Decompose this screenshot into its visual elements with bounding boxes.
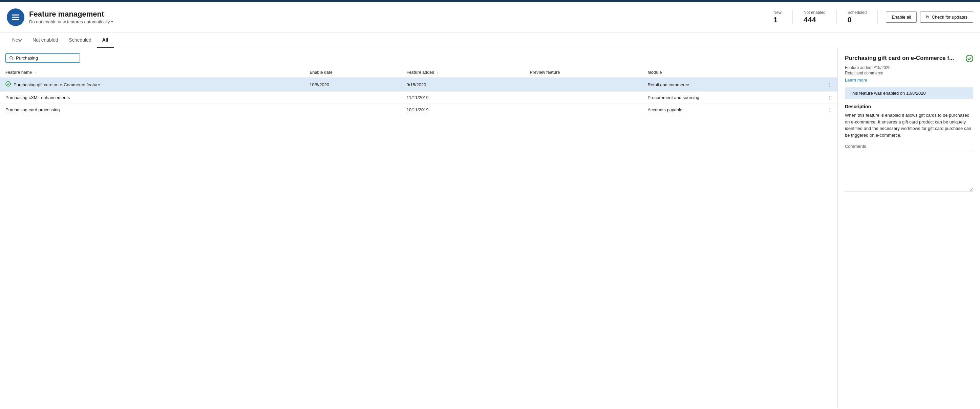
sort-feature-name-icon: ↑ xyxy=(34,71,36,75)
col-header-preview-feature[interactable]: Preview feature xyxy=(525,67,643,78)
main-content: Feature name ↑ Enable date Feature added… xyxy=(0,48,980,408)
row2-preview-feature xyxy=(525,92,643,104)
col-header-enable-date[interactable]: Enable date xyxy=(304,67,401,78)
header-actions: Enable all ↻ Check for updates xyxy=(886,11,973,23)
col-header-feature-name[interactable]: Feature name ↑ xyxy=(0,67,304,78)
detail-title: Purchasing gift card on e-Commerce f... xyxy=(845,55,963,62)
check-updates-button[interactable]: ↻ Check for updates xyxy=(920,11,973,23)
search-icon xyxy=(9,56,14,60)
tab-new[interactable]: New xyxy=(7,32,27,48)
row3-feature-name: Purchasing card processing xyxy=(0,104,304,116)
col-header-feature-added[interactable]: Feature added ↓ xyxy=(401,67,525,78)
detail-enabled-banner: This feature was enabled on 10/8/2020 xyxy=(845,87,973,99)
row3-enable-date xyxy=(304,104,401,116)
row2-feature-added: 11/11/2019 xyxy=(401,92,525,104)
search-wrapper[interactable] xyxy=(5,54,80,63)
svg-line-4 xyxy=(12,59,14,60)
stat-new-value: 1 xyxy=(773,16,781,24)
col-module-label: Module xyxy=(648,70,662,75)
header: Feature management Do not enable new fea… xyxy=(0,2,980,32)
stat-not-enabled-label: Not enabled xyxy=(803,10,826,15)
detail-enabled-check-icon xyxy=(966,55,973,64)
col-feature-added-label: Feature added xyxy=(407,70,434,75)
search-bar xyxy=(0,54,837,67)
table-row[interactable]: Purchasing card processing 10/11/2019 Ac… xyxy=(0,104,837,116)
row1-feature-name: Purchasing gift card on e-Commerce featu… xyxy=(0,78,304,92)
svg-point-3 xyxy=(10,56,13,59)
row1-feature-name-text: Purchasing gift card on e-Commerce featu… xyxy=(14,82,100,87)
row1-enable-date: 10/8/2020 xyxy=(304,78,401,92)
row2-module: Procurement and sourcing xyxy=(642,92,822,104)
detail-header: Purchasing gift card on e-Commerce f... xyxy=(845,55,973,64)
tab-scheduled[interactable]: Scheduled xyxy=(64,32,97,48)
detail-module: Retail and commerce xyxy=(845,71,973,75)
row3-module: Accounts payable xyxy=(642,104,822,116)
app-logo-icon xyxy=(11,13,20,22)
stat-scheduled-value: 0 xyxy=(848,16,867,24)
svg-rect-0 xyxy=(12,14,19,15)
check-updates-label: Check for updates xyxy=(932,14,967,20)
col-feature-name-label: Feature name xyxy=(5,70,32,75)
stat-not-enabled: Not enabled 444 xyxy=(793,10,837,24)
refresh-icon: ↻ xyxy=(926,14,929,20)
header-title-block: Feature management Do not enable new fea… xyxy=(29,10,773,24)
col-header-module[interactable]: Module xyxy=(642,67,822,78)
sort-feature-added-icon: ↓ xyxy=(437,71,439,75)
row3-feature-name-text: Purchasing card processing xyxy=(5,107,60,112)
row2-enable-date xyxy=(304,92,401,104)
detail-learn-more-link[interactable]: Learn more xyxy=(845,78,867,82)
enable-all-button[interactable]: Enable all xyxy=(886,11,917,23)
detail-description-text: When this feature is enabled it allows g… xyxy=(845,112,973,138)
detail-description-title: Description xyxy=(845,104,973,109)
search-input[interactable] xyxy=(16,55,76,60)
right-panel: Purchasing gift card on e-Commerce f... … xyxy=(838,48,980,408)
row2-feature-name: Purchasing cXML enhancements xyxy=(0,92,304,104)
table-header: Feature name ↑ Enable date Feature added… xyxy=(0,67,837,78)
tab-not-enabled[interactable]: Not enabled xyxy=(27,32,64,48)
row1-more[interactable]: ⋮ xyxy=(822,78,837,92)
enable-all-label: Enable all xyxy=(892,14,911,20)
stat-not-enabled-value: 444 xyxy=(803,16,826,24)
app-logo xyxy=(7,8,24,26)
row3-preview-feature xyxy=(525,104,643,116)
page-title: Feature management xyxy=(29,10,773,19)
svg-point-5 xyxy=(6,81,11,86)
stat-new: New 1 xyxy=(773,10,793,24)
table-body: Purchasing gift card on e-Commerce featu… xyxy=(0,78,837,116)
svg-rect-2 xyxy=(12,19,19,20)
row2-more[interactable]: ⋮ xyxy=(822,92,837,104)
tab-all[interactable]: All xyxy=(97,32,114,48)
nav-tabs: New Not enabled Scheduled All xyxy=(0,32,980,48)
row1-feature-added: 9/15/2020 xyxy=(401,78,525,92)
col-enable-date-label: Enable date xyxy=(310,70,332,75)
comments-textarea[interactable] xyxy=(845,151,973,192)
comments-label: Comments xyxy=(845,144,973,149)
svg-point-6 xyxy=(966,55,973,62)
row1-preview-feature xyxy=(525,78,643,92)
header-subtitle[interactable]: Do not enable new features automatically… xyxy=(29,19,773,24)
row2-feature-name-text: Purchasing cXML enhancements xyxy=(5,95,70,100)
header-stats: New 1 Not enabled 444 Scheduled 0 xyxy=(773,10,878,24)
col-preview-feature-label: Preview feature xyxy=(530,70,560,75)
row3-feature-added: 10/11/2019 xyxy=(401,104,525,116)
table-row[interactable]: Purchasing cXML enhancements 11/11/2019 … xyxy=(0,92,837,104)
col-header-more xyxy=(822,67,837,78)
table-row[interactable]: Purchasing gift card on e-Commerce featu… xyxy=(0,78,837,92)
svg-rect-1 xyxy=(12,17,19,17)
check-circle-icon xyxy=(966,55,973,62)
row1-enabled-icon xyxy=(5,81,11,88)
stat-scheduled: Scheduled 0 xyxy=(837,10,878,24)
subtitle-text: Do not enable new features automatically xyxy=(29,19,110,24)
stat-scheduled-label: Scheduled xyxy=(848,10,867,15)
row3-more[interactable]: ⋮ xyxy=(822,104,837,116)
detail-feature-added: Feature added 9/15/2020 xyxy=(845,65,973,70)
row1-module: Retail and commerce xyxy=(642,78,822,92)
feature-table: Feature name ↑ Enable date Feature added… xyxy=(0,67,837,116)
left-panel: Feature name ↑ Enable date Feature added… xyxy=(0,48,838,408)
subtitle-chevron: ▾ xyxy=(111,20,113,24)
stat-new-label: New xyxy=(773,10,781,15)
